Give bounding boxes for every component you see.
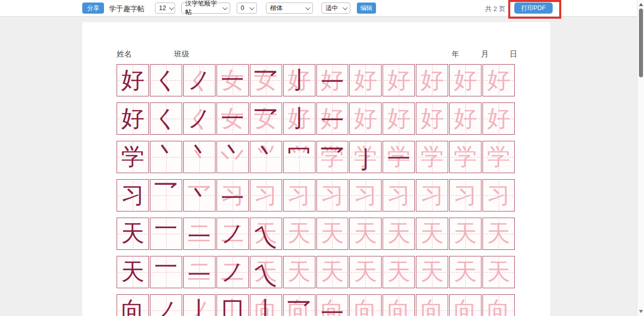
practice-cell: 二ノ: [217, 256, 249, 288]
practice-cell: ⺍冖: [283, 141, 315, 173]
practice-cell: 习: [482, 179, 515, 212]
practice-cell: 天乀: [250, 256, 282, 288]
practice-cell: 习: [250, 179, 282, 212]
practice-cell: 天: [482, 218, 515, 250]
practice-cell: 好: [449, 102, 481, 135]
practice-cell: 天: [383, 218, 415, 250]
stroke-glyph: 一: [188, 263, 211, 286]
character-glyph: 天: [354, 222, 377, 245]
month-label: 月: [481, 49, 489, 59]
stroke-glyph: 丶: [154, 140, 178, 163]
character-glyph: 习: [354, 183, 377, 206]
scroll-down-icon[interactable]: [639, 310, 643, 313]
character-glyph: 习: [487, 183, 510, 206]
practice-cell: 习: [349, 179, 382, 212]
year-label: 年: [452, 49, 459, 59]
practice-cell: 好: [349, 64, 382, 96]
practice-row: 好くくノ女一女乛好亅好一好好好好好: [117, 64, 515, 96]
density-value: 适中: [326, 4, 338, 13]
stroke-glyph: ノ: [187, 68, 211, 91]
practice-cell: 天: [383, 256, 415, 288]
character-glyph: 天: [387, 222, 410, 245]
practice-cell: 天: [449, 256, 481, 288]
practice-cell: 好: [416, 102, 448, 135]
stroke-glyph: 一: [154, 255, 178, 278]
template-select[interactable]: 汉字笔顺字帖: [181, 3, 230, 14]
day-label: 日: [510, 49, 517, 59]
practice-cell: 好: [383, 102, 415, 135]
practice-cell: 女乛: [250, 102, 282, 135]
stroke-glyph: 一: [188, 225, 211, 248]
practice-cell: 天: [283, 256, 315, 288]
character-glyph: 天: [121, 260, 144, 283]
character-glyph: 好: [121, 68, 144, 91]
practice-cell: 好: [482, 102, 515, 135]
offset-select[interactable]: 0: [237, 3, 257, 14]
stroke-glyph: 乛: [320, 145, 344, 168]
practice-cell: 女一: [217, 102, 249, 135]
stroke-glyph: 亅: [288, 68, 311, 91]
practice-cell: 丷丶: [217, 141, 249, 173]
practice-cell: ノ丨: [183, 294, 216, 316]
scrollbar-thumb[interactable]: [639, 9, 643, 77]
practice-cell: くノ: [183, 64, 216, 96]
practice-cell: 好亅: [283, 64, 315, 96]
character-glyph: 习: [288, 183, 311, 206]
stroke-glyph: 冂: [221, 298, 244, 316]
vertical-scrollbar[interactable]: [637, 0, 644, 316]
practice-cell: 向丨: [250, 294, 282, 316]
practice-row: 好くくノ女一女乛好亅好一好好好好好: [117, 102, 515, 135]
font-value: 楷体: [270, 4, 283, 13]
character-glyph: 天: [354, 260, 377, 283]
sheet-header: 姓名 班级 年 月 日: [117, 49, 515, 62]
practice-cell: 好: [383, 64, 415, 96]
scroll-up-icon[interactable]: [639, 3, 643, 6]
practice-cell: く: [150, 64, 182, 96]
practice-cell: 二ノ: [217, 218, 249, 250]
practice-cell: 天: [117, 218, 149, 250]
practice-cell: 向: [117, 294, 149, 316]
practice-cell: 一: [150, 218, 182, 250]
stroke-glyph: 一: [320, 301, 344, 316]
share-button[interactable]: 分享: [82, 3, 104, 14]
character-glyph: 学: [121, 145, 144, 168]
practice-cell: 好: [416, 64, 448, 96]
chevron-down-icon: [305, 5, 310, 10]
character-glyph: 天: [454, 260, 477, 283]
practice-cell: 学亅: [349, 141, 382, 173]
page-count: 共 2 页: [485, 5, 505, 14]
practice-cell: 天: [316, 218, 349, 250]
practice-cell: 天: [349, 218, 382, 250]
density-select[interactable]: 适中: [321, 3, 350, 14]
character-glyph: 向: [454, 298, 477, 316]
practice-cell: 向: [349, 294, 382, 316]
character-glyph: 好: [121, 107, 144, 130]
print-pdf-button[interactable]: 打印PDF: [514, 3, 553, 14]
edit-button[interactable]: 编辑: [357, 3, 376, 14]
name-label: 姓名: [117, 49, 132, 59]
practice-cell: 天: [416, 218, 448, 250]
character-glyph: 学: [454, 145, 477, 168]
stroke-glyph: 一: [221, 68, 244, 91]
practice-row: 向ノノ丨丨冂向丨向乛向一向向向向向: [117, 294, 515, 316]
stroke-glyph: ノ: [221, 222, 244, 245]
chevron-down-icon: [249, 5, 254, 10]
practice-row: 学丶丶丶丷丶⺍丶⺍冖学乛学亅学一学学学: [117, 141, 515, 173]
practice-cell: 习: [316, 179, 349, 212]
practice-cell: 习: [117, 179, 149, 212]
font-size-select[interactable]: 12: [155, 3, 175, 14]
practice-cell: ノ: [150, 294, 182, 316]
practice-cell: 学乛: [316, 141, 349, 173]
character-glyph: 天: [420, 222, 444, 245]
practice-cell: 女一: [217, 64, 249, 96]
stroke-glyph: く: [154, 107, 178, 130]
character-glyph: 学: [420, 145, 444, 168]
chevron-down-icon: [169, 5, 174, 10]
font-select[interactable]: 楷体: [266, 3, 313, 14]
stroke-glyph: 一: [154, 217, 178, 240]
stroke-glyph: 亅: [354, 148, 377, 171]
practice-cell: 好: [349, 102, 382, 135]
practice-cell: 习: [449, 179, 481, 212]
stroke-glyph: く: [154, 68, 178, 91]
character-glyph: 天: [387, 260, 410, 283]
